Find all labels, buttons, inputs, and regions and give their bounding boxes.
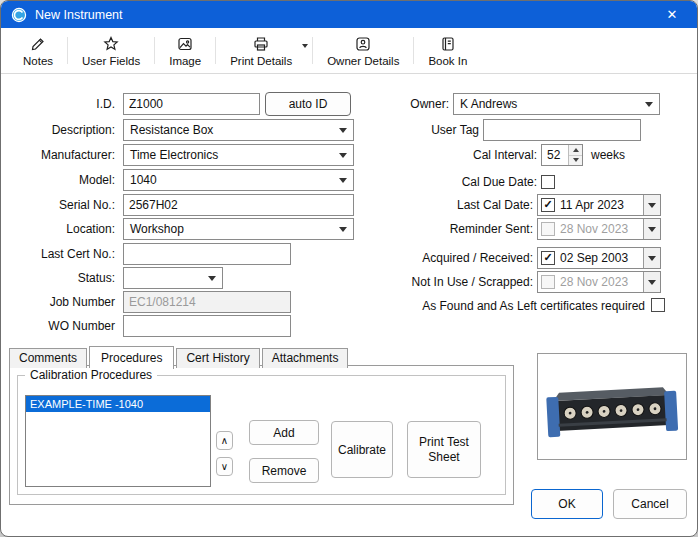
combo-value: K Andrews [460,97,517,111]
spinner-value: 52 [542,145,568,165]
person-icon [354,35,372,53]
date-value: 02 Sep 2003 [560,251,643,265]
date-dropdown-button[interactable] [643,248,660,268]
close-button[interactable]: ✕ [657,1,687,28]
toolbar-button-book-in[interactable]: Book In [416,30,479,71]
instrument-image [541,357,683,456]
book-icon [439,35,457,53]
ok-button[interactable]: OK [531,489,603,519]
procedures-list[interactable]: EXAMPLE-TIME -1040 [25,395,211,487]
status-label: Status: [1,267,115,289]
list-item[interactable]: EXAMPLE-TIME -1040 [26,396,210,412]
chevron-down-icon[interactable] [302,44,308,48]
tab-comments[interactable]: Comments [9,348,87,368]
toolbar-label: Print Details [230,55,292,67]
notes-icon [29,35,47,53]
last-cert-label: Last Cert No.: [1,243,115,265]
calibrate-button[interactable]: Calibrate [331,421,393,478]
toolbar-label: Image [169,55,201,67]
spinner-down-button[interactable] [569,156,582,166]
toolbar-button-notes[interactable]: Notes [11,30,65,71]
instrument-photo [537,353,687,460]
toolbar-divider [215,37,216,64]
cancel-button[interactable]: Cancel [613,489,687,519]
tab-attachments[interactable]: Attachments [262,348,349,368]
not-in-use-label: Not In Use / Scrapped: [399,271,533,293]
new-instrument-dialog: New Instrument ✕ Notes User Fields [0,0,698,537]
wo-number-input[interactable] [123,315,291,337]
id-label: I.D. [1,93,115,115]
cal-interval-spinner[interactable]: 52 [541,144,583,166]
owner-label: Owner: [331,93,449,115]
toolbar-divider [154,37,155,64]
printer-icon [252,35,270,53]
toolbar-label: User Fields [82,55,140,67]
not-in-use-checkbox [541,275,555,289]
toolbar-divider [67,37,68,64]
combo-value: Resistance Box [130,123,213,137]
model-combo[interactable]: 1040 [123,169,354,191]
toolbar-label: Owner Details [327,55,399,67]
tab-cert-history[interactable]: Cert History [176,348,259,368]
toolbar-label: Book In [428,55,467,67]
move-up-button[interactable]: ∧ [216,431,233,450]
date-value: 28 Nov 2023 [560,275,643,289]
toolbar: Notes User Fields Image [1,28,697,74]
print-test-sheet-button[interactable]: Print Test Sheet [407,421,481,478]
toolbar-button-print-details[interactable]: Print Details [218,30,310,71]
calibration-procedures-title: Calibration Procedures [25,368,157,382]
wo-number-label: WO Number [1,315,115,337]
move-down-button[interactable]: ∨ [216,457,233,476]
manufacturer-label: Manufacturer: [1,144,115,166]
star-icon [102,35,120,53]
job-number-label: Job Number [1,291,115,313]
spinner-buttons [568,145,582,165]
combo-value: Workshop [130,222,184,236]
certs-required-label: As Found and As Left certificates requir… [381,295,645,317]
acquired-date-picker[interactable]: 02 Sep 2003 [537,247,661,269]
toolbar-button-image[interactable]: Image [157,30,213,71]
chevron-down-icon [208,276,216,281]
serial-input[interactable] [123,194,354,216]
toolbar-button-owner-details[interactable]: Owner Details [315,30,411,71]
certs-required-checkbox[interactable] [651,298,665,312]
toolbar-label: Notes [23,55,53,67]
job-number-input [123,291,291,313]
remove-button[interactable]: Remove [249,458,319,483]
reminder-sent-picker: 28 Nov 2023 [537,218,661,240]
location-combo[interactable]: Workshop [123,218,354,240]
cal-interval-label: Cal Interval: [411,144,537,166]
reminder-sent-label: Reminder Sent: [409,218,533,240]
tab-procedures[interactable]: Procedures [89,346,174,369]
acquired-label: Acquired / Received: [399,247,533,269]
model-label: Model: [1,169,115,191]
cal-due-date-checkbox[interactable] [541,175,555,189]
date-value: 28 Nov 2023 [560,222,643,236]
toolbar-button-user-fields[interactable]: User Fields [70,30,152,71]
owner-combo[interactable]: K Andrews [453,93,660,115]
date-dropdown-button [643,272,660,292]
add-button[interactable]: Add [249,420,319,445]
serial-label: Serial No.: [1,194,115,216]
status-combo[interactable] [123,267,223,289]
date-value: 11 Apr 2023 [560,198,643,212]
date-dropdown-button[interactable] [643,195,660,215]
spinner-up-button[interactable] [569,145,582,156]
manufacturer-combo[interactable]: Time Electronics [123,144,354,166]
cal-interval-unit: weeks [591,144,625,166]
combo-value: 1040 [130,173,157,187]
title-bar: New Instrument ✕ [1,1,697,28]
id-input[interactable] [123,93,260,115]
date-dropdown-button [643,219,660,239]
user-tag-input[interactable] [483,119,641,141]
user-tag-label: User Tag [361,119,479,141]
chevron-down-icon [339,128,347,133]
acquired-checkbox[interactable] [541,251,555,265]
toolbar-divider [413,37,414,64]
toolbar-divider [312,37,313,64]
last-cal-date-checkbox[interactable] [541,198,555,212]
last-cal-date-picker[interactable]: 11 Apr 2023 [537,194,661,216]
window-title: New Instrument [35,8,123,22]
description-combo[interactable]: Resistance Box [123,119,354,141]
last-cert-input[interactable] [123,243,291,265]
